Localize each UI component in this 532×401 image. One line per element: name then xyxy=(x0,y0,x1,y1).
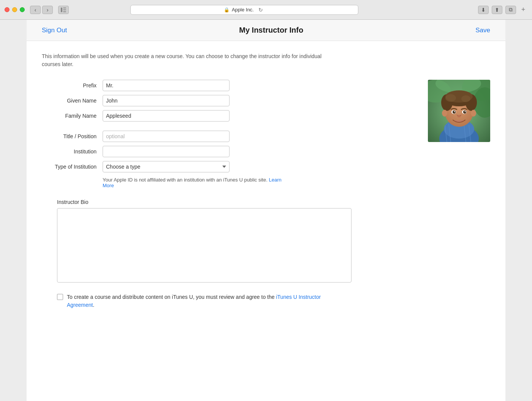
sign-out-button[interactable]: Sign Out xyxy=(42,27,67,34)
page-title: My Instructor Info xyxy=(239,26,303,35)
title-position-row: Title / Position xyxy=(42,131,413,142)
type-of-institution-row: Type of Institution Choose a type K-12 H… xyxy=(42,161,413,172)
download-button[interactable]: ⬇ xyxy=(478,6,489,14)
prefix-label: Prefix xyxy=(42,82,103,88)
agreement-section: To create a course and distribute conten… xyxy=(57,293,346,309)
type-of-institution-select[interactable]: Choose a type K-12 Higher Education Cult… xyxy=(103,161,230,172)
svg-rect-3 xyxy=(63,11,66,12)
add-tab-button[interactable]: + xyxy=(519,6,527,14)
svg-point-30 xyxy=(442,110,447,117)
browser-chrome: ‹ › 🔒 Apple Inc. ↻ ⬇ ⬆ ⧉ + xyxy=(0,0,532,20)
svg-point-28 xyxy=(465,111,466,112)
affiliation-text: Your Apple ID is not affiliated with an … xyxy=(103,177,269,183)
page-content: Sign Out My Instructor Info Save This in… xyxy=(27,20,505,401)
form-photo-row: Prefix Given Name Family Name xyxy=(42,80,490,188)
given-name-input[interactable] xyxy=(103,95,230,106)
traffic-lights xyxy=(5,7,25,12)
given-name-row: Given Name xyxy=(42,95,413,106)
institution-label: Institution xyxy=(42,148,103,155)
title-position-label: Title / Position xyxy=(42,133,103,139)
prefix-input[interactable] xyxy=(103,80,230,91)
photo-section xyxy=(428,80,490,142)
description-text: This information will be used when you c… xyxy=(42,52,338,68)
agreement-checkbox[interactable] xyxy=(57,294,63,300)
institution-input[interactable] xyxy=(103,146,230,157)
svg-point-22 xyxy=(461,95,470,102)
reload-button[interactable]: ↻ xyxy=(256,6,265,14)
page-background: Sign Out My Instructor Info Save This in… xyxy=(0,20,532,401)
maximize-button[interactable] xyxy=(20,7,25,12)
browser-actions: ⬇ ⬆ ⧉ + xyxy=(478,6,527,14)
family-name-row: Family Name xyxy=(42,110,413,122)
institution-row: Institution xyxy=(42,146,413,157)
share-button[interactable]: ⬆ xyxy=(492,6,502,14)
ssl-lock-icon: 🔒 xyxy=(224,7,230,13)
minimize-button[interactable] xyxy=(12,7,17,12)
instructor-photo xyxy=(428,80,490,142)
sidebar-toggle-button[interactable] xyxy=(58,6,69,14)
nav-buttons: ‹ › xyxy=(30,6,53,14)
svg-rect-0 xyxy=(61,8,62,12)
save-button[interactable]: Save xyxy=(475,27,490,34)
type-of-institution-label: Type of Institution xyxy=(42,164,103,170)
svg-point-27 xyxy=(454,111,455,112)
new-tab-overview-button[interactable]: ⧉ xyxy=(505,6,516,14)
photo-svg xyxy=(428,80,490,142)
svg-rect-2 xyxy=(63,9,66,10)
address-bar[interactable]: 🔒 Apple Inc. ↻ xyxy=(130,5,358,15)
agreement-text-after: . xyxy=(93,302,94,308)
bio-section: Instructor Bio xyxy=(42,199,490,283)
app-window: ‹ › 🔒 Apple Inc. ↻ ⬇ ⬆ ⧉ + xyxy=(0,0,532,401)
bio-textarea[interactable] xyxy=(57,208,352,283)
back-button[interactable]: ‹ xyxy=(30,6,41,14)
svg-point-31 xyxy=(471,110,476,117)
family-name-label: Family Name xyxy=(42,113,103,119)
top-bar: Sign Out My Instructor Info Save xyxy=(27,20,505,41)
svg-point-21 xyxy=(445,94,456,102)
form-section: Prefix Given Name Family Name xyxy=(42,80,413,188)
svg-rect-1 xyxy=(63,8,66,8)
agreement-text-before: To create a course and distribute conten… xyxy=(67,294,276,300)
forward-button[interactable]: › xyxy=(42,6,53,14)
affiliation-notice: Your Apple ID is not affiliated with an … xyxy=(103,177,293,188)
family-name-input[interactable] xyxy=(103,110,230,122)
url-text: Apple Inc. xyxy=(232,7,254,13)
title-position-input[interactable] xyxy=(103,131,230,142)
main-content: This information will be used when you c… xyxy=(27,41,505,324)
given-name-label: Given Name xyxy=(42,98,103,104)
prefix-row: Prefix xyxy=(42,80,413,91)
bio-label: Instructor Bio xyxy=(57,199,490,205)
close-button[interactable] xyxy=(5,7,10,12)
agreement-text: To create a course and distribute conten… xyxy=(67,293,346,309)
